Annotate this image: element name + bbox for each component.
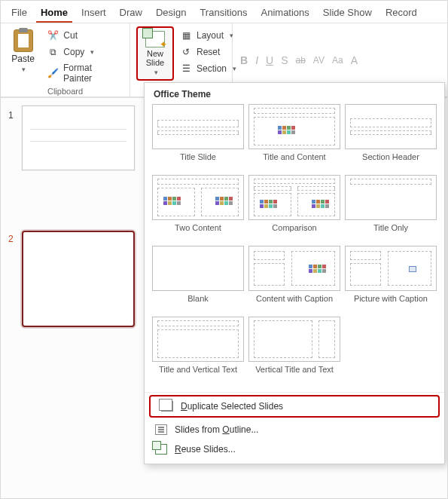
tab-home[interactable]: Home <box>36 5 72 23</box>
new-slide-icon: ✦ <box>145 31 165 47</box>
layout-label: Blank <box>187 294 209 314</box>
section-label: Section <box>197 63 227 74</box>
char-spacing-button[interactable]: AV <box>313 55 325 66</box>
layout-label: Section Header <box>362 152 419 172</box>
underline-button[interactable]: U <box>266 54 273 66</box>
outline-label: Slides from Outline... <box>175 424 258 435</box>
layout-label: Title and Vertical Text <box>159 365 237 384</box>
italic-button[interactable]: I <box>255 54 258 66</box>
layout-thumb <box>345 104 437 149</box>
layout-thumb <box>248 175 340 220</box>
outline-icon <box>155 424 167 435</box>
layout-blank[interactable]: Blank <box>152 246 244 314</box>
chevron-down-icon: ▾ <box>22 66 26 73</box>
copy-button[interactable]: ⧉ Copy ▾ <box>45 44 123 60</box>
layout-title-slide[interactable]: Title Slide <box>152 104 244 172</box>
new-slide-gallery: Office Theme Title Slide Title and Conte… <box>144 82 445 464</box>
layout-comparison[interactable]: Comparison <box>248 175 340 243</box>
tab-design[interactable]: Design <box>151 5 190 23</box>
reset-button[interactable]: ↺ Reset <box>178 44 238 60</box>
brush-icon: 🖌️ <box>47 67 59 79</box>
tab-transitions[interactable]: Transitions <box>195 5 251 23</box>
tab-animations[interactable]: Animations <box>257 5 314 23</box>
layout-thumb <box>248 104 340 149</box>
paste-button[interactable]: Paste ▾ <box>7 26 39 73</box>
duplicate-icon <box>161 401 173 412</box>
layout-label: Two Content <box>175 223 221 243</box>
slide-thumb-2[interactable] <box>22 231 135 327</box>
format-painter-button[interactable]: 🖌️ Format Painter <box>45 61 123 85</box>
scissors-icon: ✂️ <box>47 29 59 41</box>
copy-label: Copy <box>63 47 84 57</box>
layout-picture-caption[interactable]: Picture with Caption <box>345 246 437 314</box>
reset-icon: ↺ <box>180 46 192 58</box>
new-slide-label: New Slide <box>146 49 164 67</box>
bold-button[interactable]: B <box>240 54 248 66</box>
ribbon-tabs: File Home Insert Draw Design Transitions… <box>1 1 447 23</box>
chevron-down-icon: ▾ <box>230 32 233 39</box>
layout-title-content[interactable]: Title and Content <box>248 104 340 172</box>
layout-thumb <box>345 175 437 220</box>
layout-button[interactable]: ▦ Layout ▾ <box>178 28 238 43</box>
layout-thumb <box>152 104 244 149</box>
tab-file[interactable]: File <box>7 5 32 23</box>
format-painter-label: Format Painter <box>63 63 122 84</box>
layout-section-header[interactable]: Section Header <box>345 104 437 172</box>
layout-label: Vertical Title and Text <box>255 365 334 384</box>
chevron-down-icon: ▾ <box>233 65 236 72</box>
layout-thumb <box>152 317 244 362</box>
picture-icon <box>409 266 416 272</box>
chevron-down-icon: ▾ <box>154 69 158 76</box>
layout-title-only[interactable]: Title Only <box>345 175 437 243</box>
layout-vertical-title-text[interactable]: Vertical Title and Text <box>248 317 340 384</box>
cut-button[interactable]: ✂️ Cut <box>45 28 123 43</box>
paste-icon <box>14 29 33 52</box>
tab-record[interactable]: Record <box>381 5 422 23</box>
layout-thumb <box>248 317 340 362</box>
new-slide-highlight: ✦ New Slide ▾ <box>136 26 174 81</box>
group-clipboard: Paste ▾ ✂️ Cut ⧉ Copy ▾ 🖌️ Format Painte… <box>1 23 130 96</box>
layout-thumb <box>248 246 340 291</box>
slide-thumb-1[interactable] <box>22 106 135 170</box>
layout-thumb <box>152 175 244 220</box>
reset-label: Reset <box>197 47 220 57</box>
layout-label: Title Slide <box>180 152 216 172</box>
paste-label: Paste <box>11 54 35 64</box>
layout-label: Content with Caption <box>256 294 333 314</box>
tab-slide-show[interactable]: Slide Show <box>318 5 376 23</box>
chevron-down-icon: ▾ <box>90 48 94 56</box>
shadow-button[interactable]: S <box>281 54 288 66</box>
font-color-button[interactable]: A <box>351 54 358 66</box>
layout-label: Picture with Caption <box>354 294 428 314</box>
new-slide-button[interactable]: ✦ New Slide ▾ <box>140 29 170 78</box>
slide-number-1: 1 <box>8 110 14 121</box>
layout-title-vertical-text[interactable]: Title and Vertical Text <box>152 317 244 384</box>
layout-grid: Title Slide Title and Content Section He… <box>145 104 444 390</box>
tab-insert[interactable]: Insert <box>77 5 111 23</box>
duplicate-slides-button[interactable]: Duplicate Selected Slides <box>151 396 438 416</box>
slide-number-2: 2 <box>8 234 14 244</box>
cut-label: Cut <box>63 30 78 41</box>
layout-label: Layout <box>197 30 224 41</box>
gallery-title: Office Theme <box>145 83 444 104</box>
copy-icon: ⧉ <box>47 46 59 58</box>
reuse-label: Reuse Slides... <box>175 444 236 455</box>
layout-content-caption[interactable]: Content with Caption <box>248 246 340 314</box>
layout-label: Title Only <box>373 223 408 243</box>
tab-draw[interactable]: Draw <box>115 5 147 23</box>
section-button[interactable]: ☰ Section ▾ <box>178 61 238 76</box>
section-icon: ☰ <box>180 63 192 75</box>
duplicate-highlight: Duplicate Selected Slides <box>149 395 440 418</box>
layout-two-content[interactable]: Two Content <box>152 175 244 243</box>
layout-label: Title and Content <box>263 152 325 172</box>
duplicate-label: Duplicate Selected Slides <box>181 401 283 412</box>
strike-button[interactable]: ab <box>295 55 305 66</box>
reuse-icon <box>155 444 167 455</box>
layout-thumb <box>152 246 244 291</box>
change-case-button[interactable]: Aa <box>332 55 343 66</box>
clipboard-group-label: Clipboard <box>7 85 123 96</box>
layout-icon: ▦ <box>180 29 192 41</box>
slides-from-outline-button[interactable]: Slides from Outline... <box>145 420 444 439</box>
reuse-slides-button[interactable]: Reuse Slides... <box>145 439 444 459</box>
layout-label: Comparison <box>272 223 316 243</box>
